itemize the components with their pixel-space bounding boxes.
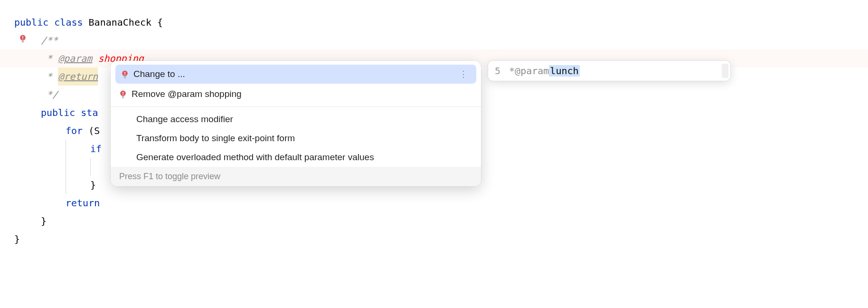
separator xyxy=(111,106,481,107)
javadoc-open: /** xyxy=(41,31,58,49)
svg-rect-4 xyxy=(22,42,23,43)
preview-new-value: lunch xyxy=(549,65,579,77)
svg-rect-9 xyxy=(124,78,125,78)
keyword-class: class xyxy=(54,13,83,31)
code-line[interactable]: public class BananaCheck { xyxy=(14,13,868,31)
indent-guide xyxy=(66,140,66,158)
keyword-return: return xyxy=(66,194,100,212)
intention-bulb-icon[interactable] xyxy=(18,31,29,42)
svg-rect-6 xyxy=(124,72,125,74)
keyword-static: sta xyxy=(81,104,98,122)
intention-item-transform-body[interactable]: Transform body to single exit-point form xyxy=(111,129,481,148)
indent-guide xyxy=(66,158,66,176)
intention-label: Generate overloaded method with default … xyxy=(136,152,473,163)
keyword-if: if xyxy=(90,140,102,158)
javadoc-param-tag: @param xyxy=(58,49,92,67)
intention-item-change-to[interactable]: Change to ... ⋮ xyxy=(115,65,476,84)
scrollbar[interactable] xyxy=(722,64,728,78)
code-line[interactable]: } xyxy=(14,230,868,248)
code-line[interactable]: } xyxy=(14,212,868,230)
javadoc-close: */ xyxy=(41,86,58,104)
code-line[interactable]: /** xyxy=(14,31,868,49)
intention-label: Change access modifier xyxy=(136,114,473,125)
indent-guide xyxy=(90,158,91,176)
bulb-error-icon xyxy=(118,89,132,99)
svg-rect-8 xyxy=(124,77,126,77)
keyword-public: public xyxy=(14,13,48,31)
intention-item-generate-overloaded[interactable]: Generate overloaded method with default … xyxy=(111,148,481,167)
keyword-for: for xyxy=(66,122,83,140)
intention-label: Transform body to single exit-point form xyxy=(136,133,473,144)
svg-rect-11 xyxy=(123,92,123,94)
intention-label: Change to ... xyxy=(133,69,456,79)
class-name: BananaCheck xyxy=(89,13,151,31)
intention-item-remove-param[interactable]: Remove @param shopping xyxy=(111,85,481,104)
javadoc-return-tag: @return xyxy=(58,67,98,86)
preview-line-number: 5 xyxy=(495,65,500,77)
preview-tag: @param xyxy=(515,65,549,77)
indent-guide xyxy=(66,176,66,194)
intention-preview-popup: 5 * @param lunch xyxy=(488,61,730,81)
svg-rect-13 xyxy=(122,96,124,97)
intention-item-access-modifier[interactable]: Change access modifier xyxy=(111,110,481,129)
svg-rect-3 xyxy=(22,41,24,42)
svg-rect-1 xyxy=(22,36,23,38)
svg-point-7 xyxy=(124,74,125,75)
keyword-public: public xyxy=(41,104,75,122)
intention-actions-popup: Change to ... ⋮ Remove @param shopping C… xyxy=(111,61,481,186)
code-line[interactable]: return xyxy=(14,194,868,212)
more-actions-icon[interactable]: ⋮ xyxy=(456,69,472,79)
svg-rect-14 xyxy=(122,98,123,98)
preview-star: * xyxy=(509,65,515,77)
svg-point-2 xyxy=(22,38,23,39)
svg-point-12 xyxy=(123,94,123,95)
popup-footer-hint: Press F1 to toggle preview xyxy=(111,167,481,186)
intention-label: Remove @param shopping xyxy=(132,89,473,99)
bulb-error-icon xyxy=(120,69,133,79)
